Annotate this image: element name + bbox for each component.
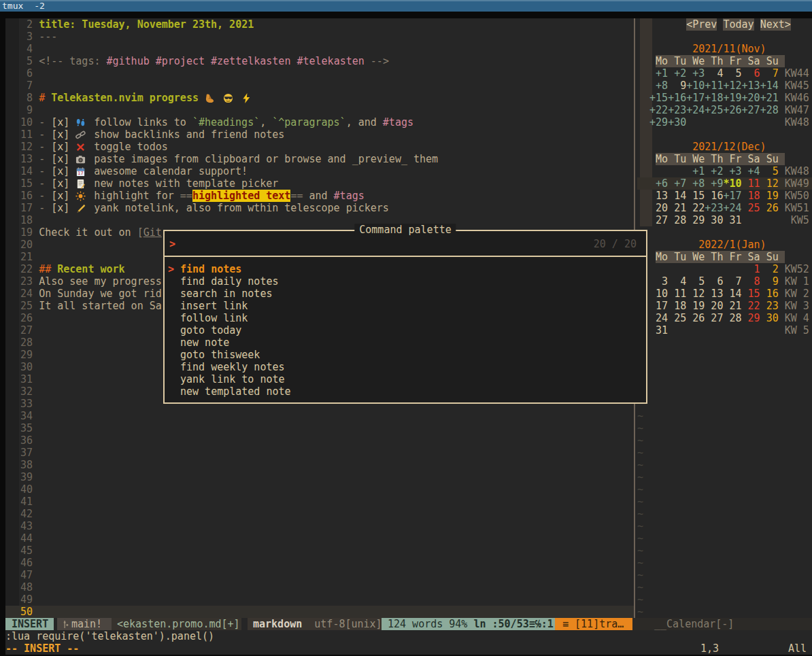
calendar-day[interactable]: +2 [668, 67, 686, 80]
calendar-day[interactable]: 15 [686, 190, 705, 202]
editor-line[interactable]: 44 [5, 532, 634, 545]
calendar-day[interactable]: +6 [649, 177, 668, 190]
calendar-day[interactable]: 23 [760, 300, 779, 312]
calendar-day[interactable]: +17 [723, 190, 741, 202]
calendar-day[interactable]: 2 [760, 263, 779, 275]
calendar-day[interactable]: 1 [742, 263, 760, 275]
editor-line[interactable]: 3 --- [5, 31, 634, 43]
calendar-day[interactable]: 4 [705, 67, 723, 80]
editor-line[interactable]: 49 [5, 593, 634, 606]
calendar-day[interactable]: +15 [649, 92, 668, 104]
editor-line[interactable]: 37 [5, 447, 634, 459]
calendar-day[interactable]: *10 [723, 177, 741, 190]
calendar-day[interactable]: 7 [760, 67, 779, 80]
editor-line[interactable]: 40 [5, 483, 634, 496]
calendar-day[interactable]: +23 [705, 202, 723, 214]
editor-line[interactable]: 13 - [x] paste images from clipboard or … [5, 153, 634, 165]
editor-line[interactable]: 4 [5, 43, 634, 55]
editor-line[interactable]: 36 [5, 434, 634, 447]
editor-line[interactable]: 12 - [x] toggle todos [5, 141, 634, 153]
editor-line[interactable]: 7 [5, 80, 634, 92]
calendar-day[interactable]: +7 [668, 177, 686, 190]
editor-line[interactable]: 6 [5, 67, 634, 80]
calendar-nav-today[interactable]: Today [723, 18, 754, 31]
calendar-day[interactable]: 21 [668, 202, 686, 214]
calendar-day[interactable]: 12 [760, 177, 779, 190]
editor-line[interactable]: 16 - [x] highlight for ==highlighted tex… [5, 190, 634, 202]
calendar-day[interactable]: 13 [705, 288, 723, 300]
palette-item[interactable]: yank link to note [165, 373, 646, 385]
calendar-day[interactable]: +12 [723, 80, 741, 92]
calendar-day[interactable]: +19 [723, 92, 741, 104]
calendar-day[interactable]: +1 [686, 165, 705, 177]
editor-line[interactable]: 47 [5, 569, 634, 581]
palette-item[interactable]: goto today [165, 324, 646, 336]
calendar-day[interactable]: 27 [649, 214, 668, 226]
editor-line[interactable]: 43 [5, 520, 634, 532]
palette-item[interactable]: >find notes [165, 263, 646, 275]
command-line[interactable]: :lua require('telekasten').panel() [5, 630, 214, 642]
calendar-day[interactable]: 27 [705, 312, 723, 324]
editor-line[interactable]: 42 [5, 508, 634, 520]
calendar-day[interactable]: +25 [705, 104, 723, 116]
calendar-day[interactable]: +21 [760, 92, 779, 104]
calendar-day[interactable]: +23 [668, 104, 686, 116]
editor-line[interactable]: 48 [5, 581, 634, 593]
calendar-day[interactable]: 18 [668, 300, 686, 312]
calendar-day[interactable]: 20 [649, 202, 668, 214]
calendar-day[interactable]: +24 [723, 202, 741, 214]
calendar-day[interactable]: +10 [686, 80, 705, 92]
calendar-window[interactable]: <Prev Today Next> 2021/11(Nov) Mo Tu We … [637, 18, 812, 618]
calendar-day[interactable]: 11 [742, 177, 760, 190]
calendar-day[interactable]: 5 [723, 67, 741, 80]
calendar-day[interactable]: +11 [705, 80, 723, 92]
editor-line[interactable]: 45 [5, 545, 634, 557]
calendar-day[interactable]: +14 [760, 80, 779, 92]
palette-prompt[interactable]: > [169, 238, 175, 250]
calendar-day[interactable]: 25 [742, 202, 760, 214]
calendar-nav-prev[interactable]: <Prev [686, 18, 717, 31]
statusline-branch[interactable]: main! [57, 618, 112, 630]
calendar-day[interactable]: +3 [686, 67, 705, 80]
calendar-day[interactable]: +20 [742, 92, 760, 104]
calendar-day[interactable]: 28 [723, 312, 741, 324]
calendar-day[interactable]: 7 [723, 275, 741, 288]
editor-line[interactable]: 5 <!-- tags: #github #project #zettelkas… [5, 55, 634, 67]
editor-line[interactable]: 10 - [x] follow links to `#headings`, `^… [5, 116, 634, 128]
calendar-day[interactable]: 30 [760, 312, 779, 324]
calendar-day[interactable]: 3 [649, 275, 668, 288]
calendar-day[interactable]: 11 [668, 288, 686, 300]
calendar-day[interactable]: +4 [742, 165, 760, 177]
calendar-day[interactable]: 20 [705, 300, 723, 312]
calendar-day[interactable]: 21 [723, 300, 741, 312]
calendar-day[interactable]: 26 [760, 202, 779, 214]
calendar-day[interactable]: +30 [668, 116, 686, 128]
palette-item[interactable]: insert link [165, 300, 646, 312]
calendar-day[interactable]: 5 [686, 275, 705, 288]
calendar-day[interactable]: 5 [760, 165, 779, 177]
editor-line[interactable]: 38 [5, 459, 634, 471]
calendar-day[interactable]: 15 [742, 288, 760, 300]
calendar-day[interactable]: 10 [649, 288, 668, 300]
palette-item[interactable]: search in notes [165, 288, 646, 300]
editor-line[interactable]: 35 [5, 422, 634, 434]
calendar-day[interactable]: 4 [668, 275, 686, 288]
editor-line[interactable]: 11 - [x] show backlinks and friend notes [5, 128, 634, 141]
palette-item[interactable]: new templated note [165, 385, 646, 398]
calendar-day[interactable]: +17 [686, 92, 705, 104]
calendar-day[interactable]: 16 [760, 288, 779, 300]
calendar-day[interactable]: +2 [705, 165, 723, 177]
palette-item[interactable]: new note [165, 336, 646, 349]
calendar-day[interactable]: +13 [742, 80, 760, 92]
calendar-day[interactable]: +24 [686, 104, 705, 116]
calendar-day[interactable]: 9 [760, 275, 779, 288]
editor-line[interactable]: 41 [5, 496, 634, 508]
calendar-day[interactable]: 18 [742, 190, 760, 202]
palette-item[interactable]: find weekly notes [165, 361, 646, 373]
calendar-day[interactable]: 24 [649, 312, 668, 324]
calendar-day[interactable]: 16 [705, 190, 723, 202]
calendar-day[interactable]: 29 [686, 214, 705, 226]
calendar-day[interactable]: 31 [723, 214, 741, 226]
editor-line[interactable]: 2 title: Tuesday, November 23th, 2021 [5, 18, 634, 31]
palette-item[interactable]: follow link [165, 312, 646, 324]
